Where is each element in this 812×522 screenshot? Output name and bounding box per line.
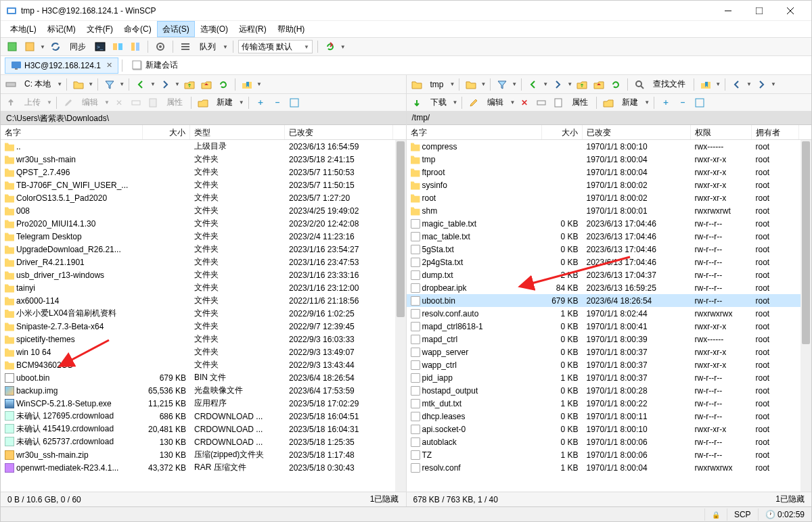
download-icon[interactable] — [409, 95, 424, 110]
close-button[interactable] — [775, 1, 806, 21]
table-row[interactable]: autoblack0 KB1970/1/1 8:00:06rw-r--r--ro… — [407, 435, 812, 448]
edit-icon[interactable] — [466, 95, 481, 110]
open-folder-icon[interactable] — [71, 77, 86, 92]
sync-label[interactable]: 同步 — [66, 41, 90, 53]
find-icon[interactable] — [632, 77, 647, 92]
back-icon[interactable] — [133, 77, 148, 92]
remote-rows[interactable]: compress1970/1/1 8:00:10rwx------roottmp… — [407, 140, 812, 492]
scrollbar[interactable] — [395, 140, 406, 492]
menu-7[interactable]: 帮助(H) — [272, 21, 311, 37]
queue-icon[interactable] — [178, 39, 193, 54]
table-row[interactable]: win 10 64文件夹2022/9/3 13:49:07 — [1, 346, 406, 358]
minimize-button[interactable] — [713, 1, 744, 21]
table-row[interactable]: compress1970/1/1 8:00:10rwx------root — [407, 140, 812, 153]
home-folder-icon[interactable] — [199, 77, 214, 92]
menu-0[interactable]: 本地(L) — [5, 21, 42, 37]
sync-icon[interactable] — [48, 39, 63, 54]
table-row[interactable]: wr30u_ssh-main.zip130 KB压缩(zipped)文件夹202… — [1, 448, 406, 461]
table-row[interactable]: TB-J706F_CN_WIFI_USER_...文件夹2023/5/7 11:… — [1, 179, 406, 191]
col-size[interactable]: 大小 — [143, 125, 190, 139]
table-row[interactable]: ftproot1970/1/1 8:00:04rwxr-xr-xroot — [407, 166, 812, 179]
table-row[interactable]: dhcp.leases0 KB1970/1/1 8:00:11rw-r--r--… — [407, 410, 812, 423]
table-row[interactable]: shm1970/1/1 8:00:01rwxrwxrwtroot — [407, 204, 812, 217]
table-row[interactable]: tainyi文件夹2023/1/16 23:12:00 — [1, 281, 406, 294]
table-row[interactable]: 未确认 415419.crdownload20,481 KBCRDOWNLOAD… — [1, 423, 406, 435]
home-folder-icon[interactable] — [591, 77, 606, 92]
table-row[interactable]: Driver_R4.21.1901文件夹2023/1/16 23:47:53 — [1, 256, 406, 268]
table-row[interactable]: 小米小爱LX04音箱刷机资料文件夹2022/9/16 1:02:25 — [1, 307, 406, 320]
table-row[interactable]: mtk_dut.txt1 KB1970/1/1 8:00:22rw-r--r--… — [407, 397, 812, 410]
queue-label[interactable]: 队列 — [196, 41, 220, 53]
table-row[interactable]: hostapd_output0 KB1970/1/1 8:00:28rw-r--… — [407, 384, 812, 397]
table-row[interactable]: WinSCP-5.21.8-Setup.exe11,215 KB应用程序2023… — [1, 397, 406, 410]
remote-path[interactable]: /tmp/ — [407, 112, 812, 125]
table-row[interactable]: uboot.bin679 KBBIN 文件2023/6/4 18:26:54 — [1, 371, 406, 384]
table-row[interactable]: dropbear.ipk84 KB2023/6/13 16:59:25rw-r-… — [407, 281, 812, 294]
menu-4[interactable]: 会话(S) — [157, 21, 195, 37]
delete-icon[interactable]: ✕ — [517, 95, 532, 110]
table-row[interactable]: usb_driver_r13-windows文件夹2023/1/16 23:33… — [1, 268, 406, 281]
refresh-folder-icon[interactable] — [216, 77, 231, 92]
table-row[interactable]: mapd_ctrl8618-10 KB1970/1/1 8:00:41rwxr-… — [407, 320, 812, 333]
table-row[interactable]: QPST_2.7.496文件夹2023/5/7 11:50:53 — [1, 166, 406, 179]
table-row[interactable]: ColorOS13.5.1_Pad2020文件夹2023/5/7 1:27:20 — [1, 191, 406, 204]
col-name[interactable]: 名字 — [407, 125, 542, 139]
settings-icon[interactable] — [153, 39, 168, 54]
forward-icon[interactable] — [550, 77, 565, 92]
col-perm[interactable]: 权限 — [691, 125, 752, 139]
props-icon[interactable] — [551, 95, 566, 110]
table-row[interactable]: magic_table.txt0 KB2023/6/13 17:04:46rw-… — [407, 217, 812, 230]
maximize-button[interactable] — [744, 1, 775, 21]
table-row[interactable]: sysinfo1970/1/1 8:00:02rwxr-xr-xroot — [407, 179, 812, 191]
menu-6[interactable]: 远程(R) — [233, 21, 272, 37]
tab-session[interactable]: H3C@192.168.124.1 ✕ — [5, 57, 118, 74]
filter-icon[interactable] — [495, 77, 510, 92]
menu-2[interactable]: 文件(F) — [81, 21, 118, 37]
compare-icon[interactable] — [128, 39, 143, 54]
table-row[interactable]: 008文件夹2023/4/25 19:49:02 — [1, 204, 406, 217]
drive-label[interactable]: C: 本地 — [20, 78, 55, 90]
minus-icon[interactable]: － — [270, 95, 285, 110]
col-size[interactable]: 大小 — [542, 125, 583, 139]
remote-drive-label[interactable]: tmp — [426, 80, 448, 89]
up-folder-icon[interactable] — [182, 77, 197, 92]
table-row[interactable]: wapp_server0 KB1970/1/1 8:00:37rwxr-xr-x… — [407, 346, 812, 358]
table-row[interactable]: api.socket-00 KB1970/1/1 8:00:10rwxr-xr-… — [407, 423, 812, 435]
menu-3[interactable]: 命令(C) — [118, 21, 157, 37]
sync-browse-icon[interactable] — [110, 39, 125, 54]
table-row[interactable]: uboot.bin679 KB2023/6/4 18:26:54rw-r--r-… — [407, 294, 812, 307]
sites-icon[interactable] — [22, 39, 37, 54]
table-row[interactable]: backup.img65,536 KB光盘映像文件2023/6/4 17:53:… — [1, 384, 406, 397]
minus-icon[interactable]: － — [675, 95, 690, 110]
tab-close-icon[interactable]: ✕ — [106, 61, 112, 70]
up-folder-icon[interactable] — [574, 77, 589, 92]
table-row[interactable]: dump.txt2 KB2023/6/13 17:04:37rw-r--r--r… — [407, 268, 812, 281]
table-row[interactable]: ..上级目录2023/6/13 16:54:59 — [1, 140, 406, 153]
col-type[interactable]: 类型 — [190, 125, 285, 139]
table-row[interactable]: BCM943602CS文件夹2022/9/3 13:43:44 — [1, 358, 406, 371]
table-row[interactable]: resolv.conf.auto1 KB1970/1/1 8:02:44rwxr… — [407, 307, 812, 320]
table-row[interactable]: 2p4gSta.txt0 KB2023/6/13 17:04:46rw-r--r… — [407, 256, 812, 268]
plus-icon[interactable]: ＋ — [253, 95, 268, 110]
table-row[interactable]: Telegram Desktop文件夹2023/2/4 11:23:16 — [1, 230, 406, 243]
table-row[interactable]: pid_iapp1 KB1970/1/1 8:00:37rw-r--r--roo… — [407, 371, 812, 384]
bookmark-icon[interactable] — [240, 77, 254, 92]
nav-right-icon[interactable] — [754, 77, 769, 92]
new-folder-icon[interactable] — [196, 95, 210, 110]
local-rows[interactable]: ..上级目录2023/6/13 16:54:59wr30u_ssh-main文件… — [1, 140, 406, 492]
table-row[interactable]: spicetify-themes文件夹2022/9/3 16:03:33 — [1, 333, 406, 346]
table-row[interactable]: wr30u_ssh-main文件夹2023/5/18 2:41:15 — [1, 153, 406, 166]
transfer-combo[interactable]: 传输选项 默认▼ — [238, 40, 313, 53]
terminal-icon[interactable]: >_ — [93, 39, 108, 54]
menu-1[interactable]: 标记(M) — [42, 21, 81, 37]
table-row[interactable]: mac_table.txt0 KB2023/6/13 17:04:46rw-r-… — [407, 230, 812, 243]
filter-icon[interactable] — [102, 77, 117, 92]
forward-icon[interactable] — [158, 77, 173, 92]
local-path[interactable]: C:\Users\酱紫表\Downloads\ — [1, 112, 406, 125]
table-row[interactable]: TZ1 KB1970/1/1 8:00:06rw-r--r--root — [407, 448, 812, 461]
remote-folder-icon[interactable] — [409, 77, 424, 92]
menu-5[interactable]: 选项(O) — [195, 21, 233, 37]
select-icon[interactable] — [692, 95, 707, 110]
back-icon[interactable] — [526, 77, 541, 92]
select-icon[interactable] — [287, 95, 302, 110]
